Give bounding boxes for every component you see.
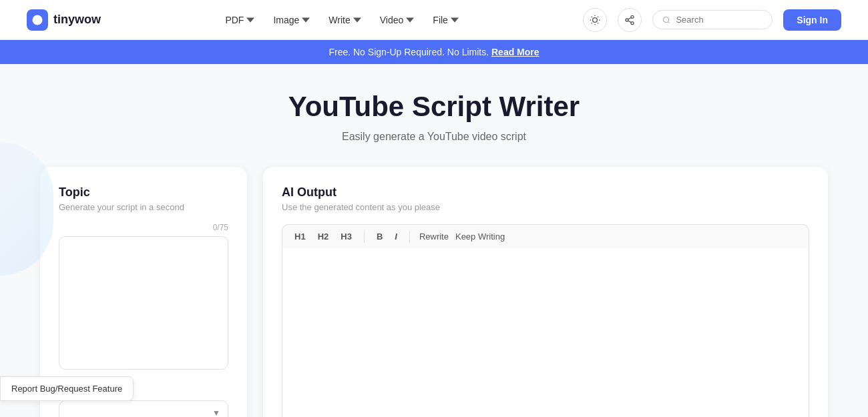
nav-item-file[interactable]: File xyxy=(433,15,459,25)
topic-textarea[interactable] xyxy=(59,236,228,370)
ai-output-subtitle: Use the generated content as you please xyxy=(282,202,809,212)
editor-area[interactable] xyxy=(282,248,809,417)
page-title: YouTube Script Writer xyxy=(40,91,828,123)
nav-item-write[interactable]: Write xyxy=(329,15,361,25)
cards-row: Topic Generate your script in a second 0… xyxy=(40,167,828,417)
nav: PDF Image Write Video File xyxy=(225,15,458,25)
logo[interactable]: tinywow xyxy=(27,9,101,31)
nav-item-video[interactable]: Video xyxy=(380,15,415,25)
italic-button[interactable]: I xyxy=(392,230,400,243)
svg-line-8 xyxy=(668,21,670,23)
svg-point-1 xyxy=(593,17,598,22)
page-subtitle: Easily generate a YouTube video script xyxy=(40,131,828,143)
header: tinywow PDF Image Write Video File xyxy=(0,0,868,40)
svg-line-6 xyxy=(628,17,632,19)
logo-icon xyxy=(27,9,48,31)
theme-toggle-button[interactable] xyxy=(583,8,607,32)
rewrite-button[interactable]: Rewrite xyxy=(419,232,449,242)
svg-point-4 xyxy=(631,21,634,24)
search-box[interactable] xyxy=(652,10,773,29)
svg-point-7 xyxy=(664,17,669,22)
ai-output-title: AI Output xyxy=(282,185,809,199)
report-bug-button[interactable]: Report Bug/Request Feature xyxy=(0,376,134,401)
search-input[interactable] xyxy=(676,15,763,25)
ai-output-header: AI Output Use the generated content as y… xyxy=(282,185,809,212)
svg-line-5 xyxy=(628,21,632,23)
h2-button[interactable]: H2 xyxy=(315,230,332,243)
main-content: YouTube Script Writer Easily generate a … xyxy=(0,64,868,417)
nav-item-pdf[interactable]: PDF xyxy=(225,15,254,25)
h3-button[interactable]: H3 xyxy=(338,230,355,243)
bold-button[interactable]: B xyxy=(374,230,385,243)
h1-button[interactable]: H1 xyxy=(292,230,308,243)
share-button[interactable] xyxy=(618,8,642,32)
svg-point-0 xyxy=(33,15,43,25)
tone-select[interactable]: Formal Informal Casual Professional Humo… xyxy=(59,400,228,417)
editor-toolbar: H1 H2 H3 B I Rewrite Keep Writing xyxy=(282,224,809,248)
toolbar-divider-1 xyxy=(364,231,365,243)
search-icon xyxy=(662,15,670,25)
logo-text: tinywow xyxy=(53,13,101,27)
ai-output-card: AI Output Use the generated content as y… xyxy=(263,167,828,417)
svg-point-3 xyxy=(626,19,628,21)
promo-banner: Free. No Sign-Up Required. No Limits. Re… xyxy=(0,40,868,64)
read-more-link[interactable]: Read More xyxy=(491,47,539,57)
tone-select-wrapper: Formal Informal Casual Professional Humo… xyxy=(59,400,228,417)
char-count: 0/75 xyxy=(59,223,228,232)
keep-writing-button[interactable]: Keep Writing xyxy=(455,232,505,242)
toolbar-divider-2 xyxy=(409,231,410,243)
svg-point-2 xyxy=(631,15,634,18)
topic-subtitle: Generate your script in a second xyxy=(59,202,228,212)
sign-in-button[interactable]: Sign In xyxy=(783,9,841,31)
nav-item-image[interactable]: Image xyxy=(273,15,310,25)
topic-title: Topic xyxy=(59,185,228,199)
header-right: Sign In xyxy=(583,8,841,32)
